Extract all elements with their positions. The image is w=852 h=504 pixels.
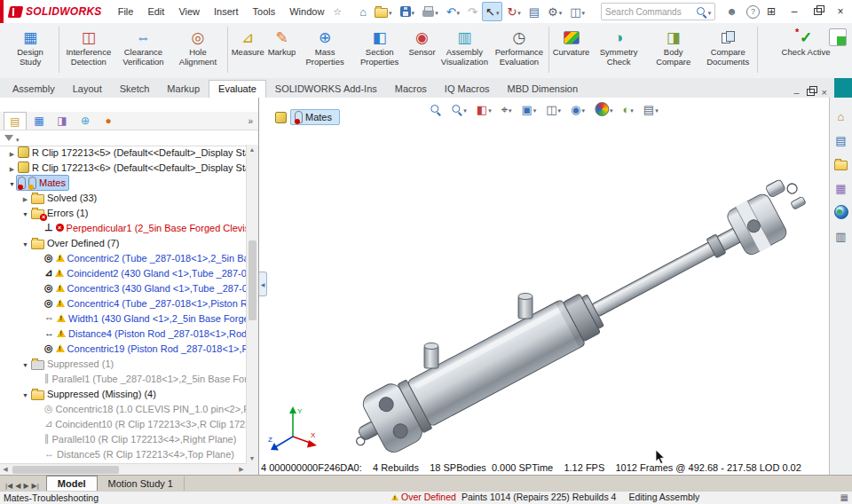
menu-edit[interactable]: Edit [140, 3, 171, 20]
tree-item[interactable]: Solved (33) [0, 190, 247, 205]
menu-tools[interactable]: Tools [246, 3, 283, 20]
tree-horizontal-scrollbar[interactable]: ◀ ▶ [0, 463, 247, 476]
dimxpertmanager-tab[interactable]: ⊕ [75, 112, 96, 129]
tab-assembly[interactable]: Assembly [4, 81, 64, 98]
menu-pin-icon[interactable]: ☆ [331, 6, 347, 18]
symmetry-check-button[interactable]: ◑Symmetry Check [591, 25, 646, 68]
menu-view[interactable]: View [171, 3, 207, 20]
menu-file[interactable]: File [111, 3, 141, 20]
restore-button[interactable] [806, 2, 829, 21]
doc-restore-button[interactable] [807, 89, 815, 96]
resources-flyout-icon[interactable] [829, 28, 847, 46]
interference-detection-button[interactable]: ◫Interference Detection [61, 25, 116, 68]
clearance-verification-button[interactable]: ⇔Clearance Verification [116, 25, 171, 68]
user-account-icon[interactable]: ☻ [726, 5, 738, 18]
tab-macros[interactable]: Macros [386, 81, 436, 98]
options-button[interactable]: ⚙ [544, 2, 565, 21]
tab-markup[interactable]: Markup [158, 81, 209, 98]
scroll-right-icon[interactable]: ▶ [236, 464, 247, 475]
search-commands-box[interactable]: Search Commands [601, 3, 715, 20]
file-explorer-button[interactable] [832, 156, 850, 172]
featuremanager-tab[interactable]: ▤ [4, 112, 27, 130]
overdefined-status[interactable]: Over Defined [390, 492, 456, 502]
tab-nav-icon[interactable]: ▶ [23, 482, 28, 490]
apply-scene-dropdown-icon[interactable] [629, 104, 634, 114]
undo-dropdown-icon[interactable] [456, 6, 461, 17]
scroll-left-icon[interactable]: ◀ [0, 464, 11, 475]
tab-iq-macros[interactable]: IQ Macros [436, 81, 499, 98]
hide-show-items-button[interactable]: ◉ [569, 103, 587, 116]
expand-arrow[interactable] [7, 177, 17, 188]
edit-appearance-button[interactable] [593, 101, 615, 117]
panel-chevron-icon[interactable]: » [248, 116, 258, 126]
undo-button[interactable]: ↶ [443, 2, 463, 21]
search-dropdown-icon[interactable] [707, 6, 712, 17]
help-icon[interactable]: ? [746, 5, 760, 19]
display-settings-button[interactable]: ◫ [566, 2, 588, 21]
view-orientation-dropdown-icon[interactable] [532, 104, 537, 114]
file-properties-button[interactable]: ▤ [525, 2, 543, 21]
tree-item[interactable]: ⊿Coincident2 (430 Gland <1>,Tube _287-0 [0, 265, 247, 280]
doc-close-button[interactable]: × [822, 87, 827, 98]
tree-item[interactable]: R Clip 172213<6> (Default<<Default>_Disp… [0, 160, 247, 175]
tab-mbd-dimension[interactable]: MBD Dimension [499, 81, 587, 98]
hide-show-items-dropdown-icon[interactable] [580, 104, 585, 114]
view-palette-button[interactable]: ▦ [832, 180, 850, 196]
display-settings-dropdown-icon[interactable] [581, 6, 586, 17]
scroll-down-icon[interactable]: ▼ [247, 453, 257, 464]
rebuild-dropdown-icon[interactable] [517, 6, 521, 17]
zoom-area-button[interactable] [449, 103, 469, 116]
expand-arrow[interactable] [7, 147, 17, 158]
tree-item[interactable]: ◎Concentric2 (Tube _287-018<1>,2_5in Bas [0, 250, 247, 265]
hole-alignment-button[interactable]: ◎Hole Alignment [170, 25, 225, 68]
tab-sketch[interactable]: Sketch [111, 81, 159, 98]
print-dropdown-icon[interactable] [434, 6, 438, 17]
close-button[interactable]: × [829, 2, 852, 21]
tree-item[interactable]: Over Defined (7) [0, 235, 247, 250]
graphics-viewport[interactable]: Mates ◧⌖▣◫◉◐▤ Y X Z 4 000000000F246DA0: … [259, 98, 829, 476]
assembly-visualization-button[interactable]: ▥Assembly Visualization [438, 25, 493, 68]
menu-insert[interactable]: Insert [207, 3, 246, 20]
tree-item[interactable]: ◎Concentric4 (Tube _287-018<1>,Piston Rc [0, 295, 247, 311]
filter-funnel-icon[interactable] [4, 135, 13, 141]
menu-window[interactable]: Window [282, 3, 331, 20]
section-properties-button[interactable]: ◧Section Properties [352, 25, 407, 68]
statusbar-panel-icon[interactable]: ▦ [840, 492, 848, 502]
rebuild-button[interactable]: ↻ [503, 2, 524, 21]
design-study-button[interactable]: ▦Design Study [4, 25, 57, 68]
expand-arrow[interactable] [20, 238, 30, 248]
edit-appearance-dropdown-icon[interactable] [609, 104, 613, 114]
tab-evaluate[interactable]: Evaluate [209, 80, 266, 98]
tab-model[interactable]: Model [46, 476, 98, 492]
view-settings-button[interactable]: ▤ [642, 103, 660, 116]
tab-layout[interactable]: Layout [64, 81, 111, 98]
tree-item[interactable]: ◎Concentric18 (1.0 CLEVIS PIN_1.0 pin<2>… [0, 401, 247, 416]
hydraulic-cylinder-model[interactable] [259, 98, 829, 476]
expand-arrow[interactable] [20, 358, 30, 369]
view-settings-dropdown-icon[interactable] [654, 104, 659, 114]
tab-solidworks-add-ins[interactable]: SOLIDWORKS Add-Ins [266, 81, 386, 98]
open-dropdown-icon[interactable] [388, 6, 392, 17]
minimize-button[interactable]: – [783, 2, 806, 21]
tree-item[interactable]: Suppressed (Missing) (4) [0, 386, 247, 401]
tree-item[interactable]: ◎Concentric3 (430 Gland <1>,Tube _287-0 [0, 280, 247, 295]
displaymanager-tab[interactable]: ● [98, 112, 119, 129]
scroll-thumb[interactable] [248, 240, 256, 320]
configurationmanager-tab[interactable]: ◨ [51, 112, 73, 129]
tab-nav-icon[interactable]: ◀ [15, 482, 20, 490]
view-orientation-button[interactable]: ▣ [519, 103, 538, 116]
select-dropdown-icon[interactable] [495, 6, 500, 17]
home-button[interactable]: ⌂ [356, 2, 370, 21]
tree-item[interactable]: R Clip 172213<5> (Default<<Default>_Disp… [0, 145, 247, 160]
section-view-dropdown-icon[interactable] [487, 104, 492, 114]
tree-item[interactable]: Suppressed (1) [0, 356, 247, 371]
zoom-fit-button[interactable] [428, 103, 443, 116]
expand-arrow[interactable] [20, 208, 30, 218]
breadcrumb-mates-chip[interactable]: Mates [290, 109, 340, 125]
tree-item[interactable]: ⊥Perpendicular1 (2_5in Base Forged Clevi… [0, 220, 247, 235]
redo-button[interactable]: ↷ [464, 2, 481, 21]
expand-arrow[interactable] [20, 193, 30, 203]
section-view-button[interactable]: ◧ [475, 103, 493, 116]
tab-motion-study-1[interactable]: Motion Study 1 [98, 476, 185, 492]
tree-item[interactable]: ∥Parallel1 (Tube _287-018<1>,2_5in Base … [0, 371, 247, 386]
